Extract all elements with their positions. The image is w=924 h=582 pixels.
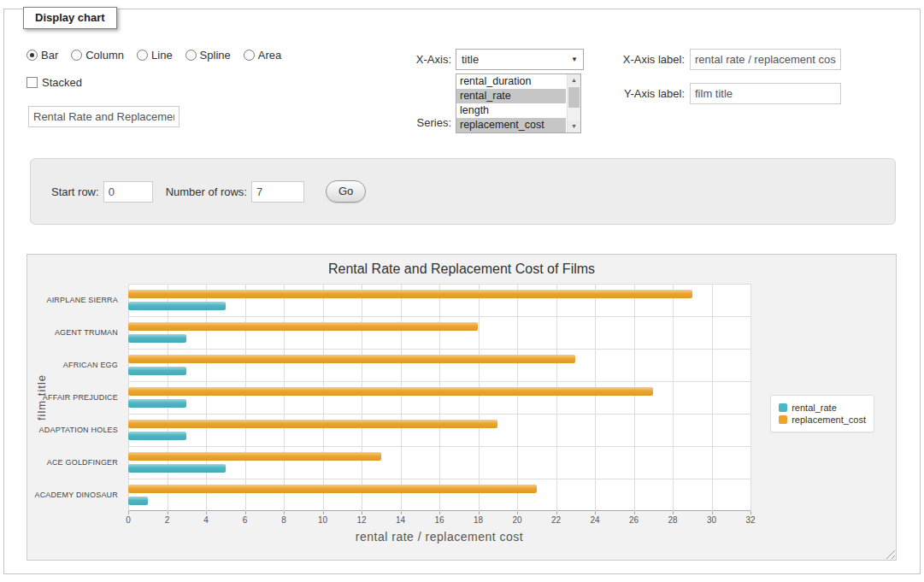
x-axis-ticks: 02468101214161820222426283032: [128, 515, 750, 526]
chart-type-option-line[interactable]: Line: [137, 49, 173, 62]
stacked-option[interactable]: Stacked: [26, 76, 82, 89]
radio-icon: [71, 50, 82, 61]
tick-mark: [673, 511, 674, 514]
bar-replacement_cost: [128, 322, 478, 331]
x-axis-select[interactable]: title ▼: [456, 49, 584, 70]
gridline: [128, 446, 750, 447]
chart-type-option-area[interactable]: Area: [244, 49, 281, 62]
bar-replacement_cost: [128, 290, 692, 298]
gridline: [362, 284, 362, 511]
scroll-down-icon[interactable]: ▼: [568, 121, 580, 132]
gridline: [206, 284, 207, 511]
bar-rental_rate: [128, 464, 226, 473]
legend-item-replacement_cost[interactable]: replacement_cost: [779, 414, 866, 425]
tick-label: 30: [707, 515, 716, 525]
series-option-length[interactable]: length: [456, 103, 566, 118]
chart-type-option-column[interactable]: Column: [71, 49, 124, 62]
gridline: [128, 284, 129, 511]
bar-rental_rate: [128, 334, 186, 343]
tick-label: 2: [165, 515, 170, 525]
tick-mark: [712, 511, 713, 514]
chart-type-option-spline[interactable]: Spline: [185, 49, 231, 62]
series-listbox[interactable]: rental_durationrental_ratelengthreplacem…: [456, 73, 581, 133]
bar-replacement_cost: [128, 387, 653, 396]
gridline: [128, 284, 750, 285]
tick-mark: [556, 511, 557, 514]
chart-type-option-bar[interactable]: Bar: [26, 49, 58, 62]
tick-label: 28: [668, 515, 677, 525]
series-option-replacement_cost[interactable]: replacement_cost: [456, 118, 566, 132]
chart-title-input[interactable]: [28, 106, 180, 127]
tick-mark: [362, 511, 362, 514]
category-label: AGENT TRUMAN: [27, 328, 118, 337]
gridline: [401, 284, 402, 511]
tick-mark: [284, 511, 285, 514]
legend-label: rental_rate: [792, 403, 837, 413]
legend-swatch: [779, 403, 787, 412]
category-label: ACE GOLDFINGER: [27, 458, 118, 467]
stacked-label: Stacked: [42, 76, 82, 89]
category-label: AIRPLANE SIERRA: [27, 296, 118, 304]
tick-mark: [517, 511, 518, 514]
x-axis-label-input[interactable]: [690, 49, 841, 70]
series-select-label: Series:: [397, 116, 451, 133]
chart-title: Rental Rate and Replacement Cost of Film…: [27, 262, 896, 277]
tick-label: 10: [318, 515, 327, 525]
gridline: [556, 284, 557, 511]
x-axis-selected-value: title: [462, 53, 479, 66]
bar-rental_rate: [128, 302, 226, 310]
tick-mark: [750, 511, 751, 514]
chart-type-row: BarColumnLineSplineArea: [26, 49, 281, 62]
chart-type-label: Bar: [41, 49, 58, 62]
scrollbar-thumb[interactable]: [568, 87, 580, 108]
tick-mark: [439, 511, 440, 514]
chart-type-label: Area: [258, 49, 281, 62]
bar-rental_rate: [128, 399, 186, 408]
tick-label: 20: [512, 515, 521, 525]
gridline: [128, 316, 750, 317]
start-row-label: Start row:: [51, 185, 99, 198]
tick-label: 4: [203, 515, 209, 525]
tick-label: 22: [551, 515, 561, 525]
y-axis-label-field: Y-Axis label:: [620, 83, 841, 104]
x-axis-title: rental rate / replacement cost: [128, 530, 750, 544]
chart-legend: rental_ratereplacement_cost: [770, 395, 874, 432]
radio-icon: [137, 50, 148, 61]
gridline: [634, 284, 635, 511]
resize-handle-icon[interactable]: [884, 548, 895, 559]
series-option-rental_duration[interactable]: rental_duration: [456, 74, 566, 89]
tick-label: 12: [356, 515, 366, 525]
tick-label: 32: [745, 515, 755, 525]
tick-mark: [323, 511, 324, 514]
stacked-checkbox[interactable]: [26, 77, 38, 88]
chart-type-label: Line: [151, 49, 173, 62]
gridline: [128, 414, 750, 414]
radio-icon: [244, 50, 255, 61]
x-axis-select-label: X-Axis:: [397, 53, 451, 66]
tick-label: 14: [396, 515, 405, 525]
gridline: [439, 284, 440, 511]
series-option-rental_rate[interactable]: rental_rate: [456, 89, 566, 103]
tick-mark: [401, 511, 402, 514]
start-row-input[interactable]: [103, 181, 153, 203]
gridline: [284, 284, 285, 511]
gridline: [128, 479, 750, 479]
radio-icon: [185, 50, 197, 61]
number-of-rows-input[interactable]: [251, 181, 304, 203]
chart-container: Rental Rate and Replacement Cost of Film…: [26, 254, 897, 561]
gridline: [128, 349, 750, 350]
bar-replacement_cost: [128, 485, 537, 493]
tick-mark: [168, 511, 168, 514]
tick-label: 8: [281, 515, 286, 525]
scroll-up-icon[interactable]: ▲: [568, 74, 580, 86]
y-axis-label-input[interactable]: [690, 83, 841, 104]
series-scrollbar[interactable]: ▲ ▼: [567, 74, 580, 132]
gridline: [712, 284, 713, 511]
series-field: Series: rental_durationrental_ratelength…: [397, 73, 581, 133]
legend-item-rental_rate[interactable]: rental_rate: [779, 403, 866, 413]
go-button[interactable]: Go: [326, 180, 366, 203]
gridline: [517, 284, 518, 511]
gridline: [168, 284, 168, 511]
tick-mark: [479, 511, 480, 514]
tick-mark: [128, 511, 129, 514]
